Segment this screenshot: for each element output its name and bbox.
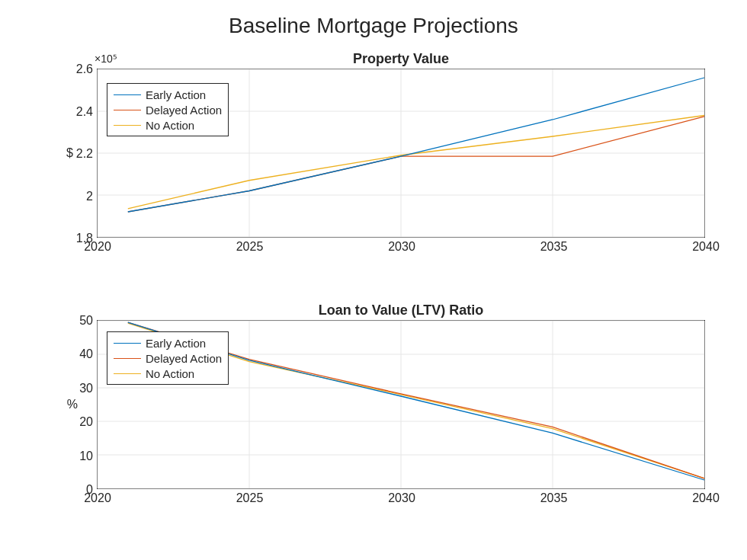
- legend-entry: Delayed Action: [114, 102, 222, 117]
- x-tick-label: 2035: [540, 237, 568, 254]
- y-exponent-label: ×10⁵: [95, 53, 117, 65]
- legend-swatch: [114, 94, 141, 95]
- legend-entry: Early Action: [114, 335, 222, 350]
- y-axis-label: $: [66, 146, 73, 160]
- subplot-property-value: Property Value ×10⁵ $ Early ActionDelaye…: [97, 69, 705, 238]
- y-tick-label: 30: [79, 382, 98, 395]
- y-tick-label: 20: [79, 415, 98, 429]
- legend-label: Early Action: [146, 88, 206, 101]
- legend-label: Delayed Action: [146, 352, 222, 365]
- legend-label: Delayed Action: [146, 104, 222, 117]
- y-axis-label: %: [67, 398, 78, 411]
- legend-swatch: [114, 373, 141, 374]
- legend-swatch: [114, 358, 141, 359]
- legend-swatch: [114, 110, 141, 110]
- y-tick-label: 2.6: [76, 62, 98, 76]
- chart-title: Loan to Value (LTV) Ratio: [98, 302, 704, 318]
- y-tick-label: 2: [86, 190, 98, 203]
- legend-entry: Delayed Action: [114, 350, 222, 366]
- legend-label: No Action: [146, 367, 194, 380]
- x-tick-label: 2035: [540, 488, 568, 505]
- legend-entry: Early Action: [114, 87, 222, 102]
- y-tick-label: 40: [79, 347, 98, 361]
- legend: Early ActionDelayed ActionNo Action: [107, 331, 229, 385]
- legend-swatch: [114, 343, 141, 344]
- y-tick-label: 2.2: [76, 147, 98, 161]
- figure-title: Baseline Mortgage Projections: [0, 14, 747, 38]
- x-tick-label: 2030: [388, 237, 415, 254]
- x-tick-label: 2025: [236, 488, 264, 505]
- x-tick-label: 2030: [388, 488, 415, 505]
- x-tick-label: 2040: [692, 488, 720, 505]
- chart-title: Property Value: [98, 51, 704, 67]
- y-tick-label: 10: [79, 450, 98, 463]
- legend: Early ActionDelayed ActionNo Action: [107, 83, 229, 136]
- y-tick-label: 1.8: [76, 232, 98, 245]
- y-tick-label: 50: [79, 314, 98, 328]
- legend-label: Early Action: [146, 337, 206, 350]
- y-tick-label: 0: [86, 483, 98, 497]
- legend-entry: No Action: [114, 117, 222, 133]
- subplot-ltv-ratio: Loan to Value (LTV) Ratio % Early Action…: [97, 320, 705, 489]
- x-tick-label: 2025: [236, 237, 264, 254]
- y-tick-label: 2.4: [76, 105, 98, 119]
- figure: Baseline Mortgage Projections Property V…: [0, 0, 747, 560]
- x-tick-label: 2040: [692, 237, 720, 254]
- legend-entry: No Action: [114, 366, 222, 381]
- legend-swatch: [114, 125, 141, 126]
- legend-label: No Action: [146, 119, 194, 132]
